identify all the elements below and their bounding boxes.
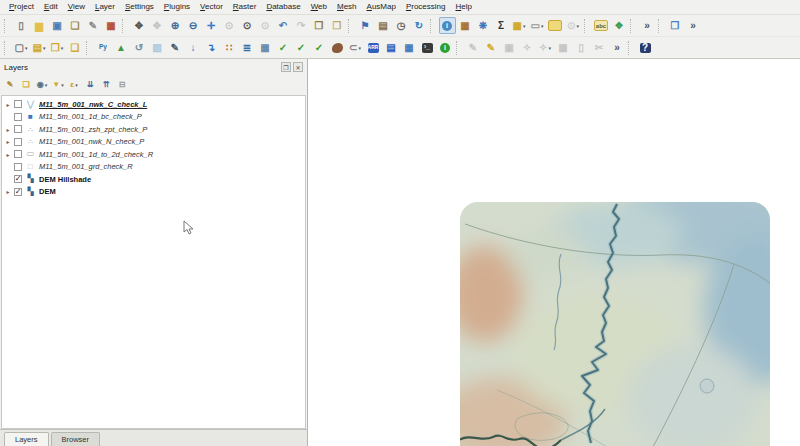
layer-name[interactable]: DEM: [39, 187, 56, 196]
collapse-all-button[interactable]: ⇈: [99, 78, 114, 93]
toolbar2-overflow-button[interactable]: »: [609, 39, 626, 56]
layer-item[interactable]: □M11_5m_001_grd_check_R: [2, 161, 305, 174]
attributes-table-tool-button[interactable]: ▦▾: [511, 17, 528, 34]
float-panel-button[interactable]: ❐: [281, 62, 291, 72]
blue-document-tool-button[interactable]: ▤: [383, 39, 400, 56]
map-canvas[interactable]: [308, 59, 800, 446]
menu-help[interactable]: Help: [450, 0, 476, 14]
processing-toolbox-button[interactable]: ❋: [475, 17, 492, 34]
save-project-button[interactable]: ▣: [49, 17, 66, 34]
show-layout-manager-button[interactable]: ✎: [85, 17, 102, 34]
zoom-full-extent-button[interactable]: ✛: [203, 17, 220, 34]
statistical-summary-button[interactable]: Σ: [493, 17, 510, 34]
add-group-button[interactable]: ❏: [19, 78, 34, 93]
layer-checkbox[interactable]: [14, 125, 22, 133]
layer-checkbox[interactable]: ✓: [14, 175, 22, 183]
filter-legend-button[interactable]: ▼▾: [51, 78, 66, 93]
zoom-native-resolution-button[interactable]: ⊙: [257, 17, 274, 34]
menu-database[interactable]: Database: [261, 0, 305, 14]
measure-button[interactable]: ▭▾: [529, 17, 546, 34]
manage-map-themes-button[interactable]: ◉▾: [35, 78, 50, 93]
tuflow-runs-button[interactable]: ≣: [239, 39, 256, 56]
menu-settings[interactable]: Settings: [120, 0, 159, 14]
layer-item[interactable]: ▸✓▚DEM: [2, 186, 305, 199]
vertex-tool-button[interactable]: ✧▾: [537, 39, 554, 56]
layer-name[interactable]: M11_5m_001_nwk_C_check_L: [39, 100, 147, 109]
toggle-editing-button[interactable]: ✎: [483, 39, 500, 56]
modify-attributes-button[interactable]: ▦: [555, 39, 572, 56]
tuflow-platypus-button[interactable]: [329, 39, 346, 56]
arr-tool-button[interactable]: ARR: [365, 39, 382, 56]
layer-name[interactable]: DEM Hillshade: [39, 175, 91, 184]
menu-view[interactable]: View: [63, 0, 90, 14]
panel-tab-layers[interactable]: Layers: [4, 432, 49, 446]
help-contents-button[interactable]: ?: [637, 39, 654, 56]
new-print-layout-button[interactable]: ❏: [67, 17, 84, 34]
pan-to-selection-button[interactable]: ✥: [149, 17, 166, 34]
layer-name[interactable]: M11_5m_001_nwk_N_check_P: [39, 137, 144, 146]
deselect-features-button[interactable]: ❐▾: [49, 39, 66, 56]
menu-mesh[interactable]: Mesh: [332, 0, 362, 14]
menu-project[interactable]: Project: [4, 0, 39, 14]
download-tool-button[interactable]: ↓: [185, 39, 202, 56]
select-by-location-button[interactable]: ❑: [67, 39, 84, 56]
new-3d-map-view-button[interactable]: ❒: [329, 17, 346, 34]
current-edits-button[interactable]: ✎: [465, 39, 482, 56]
filter-by-expression-button[interactable]: ε▾: [67, 78, 82, 93]
new-map-view-button[interactable]: ❒: [311, 17, 328, 34]
open-layer-styling-button[interactable]: ✎: [3, 78, 18, 93]
menu-raster[interactable]: Raster: [228, 0, 262, 14]
layer-expand-arrow-icon[interactable]: ▸: [4, 188, 12, 195]
layer-name[interactable]: M11_5m_001_1d_to_2d_check_R: [39, 150, 153, 159]
layer-name[interactable]: M11_5m_001_zsh_zpt_check_P: [39, 125, 147, 134]
pan-map-button[interactable]: ✥: [131, 17, 148, 34]
attach-file-button[interactable]: ⊂▾: [347, 39, 364, 56]
menu-processing[interactable]: Processing: [401, 0, 451, 14]
select-features-button[interactable]: ▢▾: [13, 39, 30, 56]
menu-ausmap[interactable]: AusMap: [362, 0, 401, 14]
digitizing-shield-button[interactable]: ✎: [167, 39, 184, 56]
remove-layer-button[interactable]: ⊟: [115, 78, 130, 93]
identify-raster-button[interactable]: ⊙▾: [565, 17, 582, 34]
new-spatial-bookmark-button[interactable]: ⚑: [357, 17, 374, 34]
menu-vector[interactable]: Vector: [195, 0, 228, 14]
toolbar1-overflow-2-button[interactable]: »: [685, 17, 702, 34]
tuflow-check-2d-button[interactable]: ✓: [293, 39, 310, 56]
tuflow-tcf-button[interactable]: ∷: [221, 39, 238, 56]
layer-expand-arrow-icon[interactable]: ▸: [4, 126, 12, 133]
zoom-to-layer-button[interactable]: ⊙: [239, 17, 256, 34]
layer-expand-arrow-icon[interactable]: ▸: [4, 151, 12, 158]
layer-checkbox[interactable]: [14, 163, 22, 171]
panel-tab-browser[interactable]: Browser: [51, 432, 101, 446]
identify-features-button[interactable]: i: [439, 17, 456, 34]
style-manager-button[interactable]: ▦: [103, 17, 120, 34]
label-abc-button[interactable]: abc: [593, 17, 610, 34]
cut-features-button[interactable]: ✂: [591, 39, 608, 56]
refresh-map-button[interactable]: ↻: [411, 17, 428, 34]
open-project-button[interactable]: ▆: [31, 17, 48, 34]
python-console-button[interactable]: Py: [95, 39, 112, 56]
terminal-tool-button[interactable]: ›_: [419, 39, 436, 56]
layer-item[interactable]: ▸⋁M11_5m_001_nwk_C_check_L: [2, 98, 305, 111]
layer-checkbox[interactable]: [14, 100, 22, 108]
layer-checkbox[interactable]: ✓: [14, 188, 22, 196]
import-layer-button[interactable]: ↴: [203, 39, 220, 56]
new-project-button[interactable]: ▯: [13, 17, 30, 34]
layer-checkbox[interactable]: [14, 150, 22, 158]
tuflow-grid-button[interactable]: ▦: [257, 39, 274, 56]
layer-name[interactable]: M11_5m_001_grd_check_R: [39, 162, 133, 171]
map-tips-button[interactable]: [547, 17, 564, 34]
grass-tools-button[interactable]: ↺: [131, 39, 148, 56]
dem-tools-button[interactable]: ▲: [113, 39, 130, 56]
menu-layer[interactable]: Layer: [90, 0, 120, 14]
tuflow-check-1d-button[interactable]: ✓: [275, 39, 292, 56]
zoom-out-button[interactable]: ⊖: [185, 17, 202, 34]
toolbar1-overflow-button[interactable]: »: [639, 17, 656, 34]
layer-expand-arrow-icon[interactable]: ▸: [4, 138, 12, 145]
duplicate-map-view-button[interactable]: ❒: [667, 17, 684, 34]
menu-web[interactable]: Web: [306, 0, 332, 14]
layer-item[interactable]: ▸∴M11_5m_001_nwk_N_check_P: [2, 136, 305, 149]
zoom-in-button[interactable]: ⊕: [167, 17, 184, 34]
menu-edit[interactable]: Edit: [39, 0, 63, 14]
open-attribute-table-button[interactable]: ▦: [457, 17, 474, 34]
